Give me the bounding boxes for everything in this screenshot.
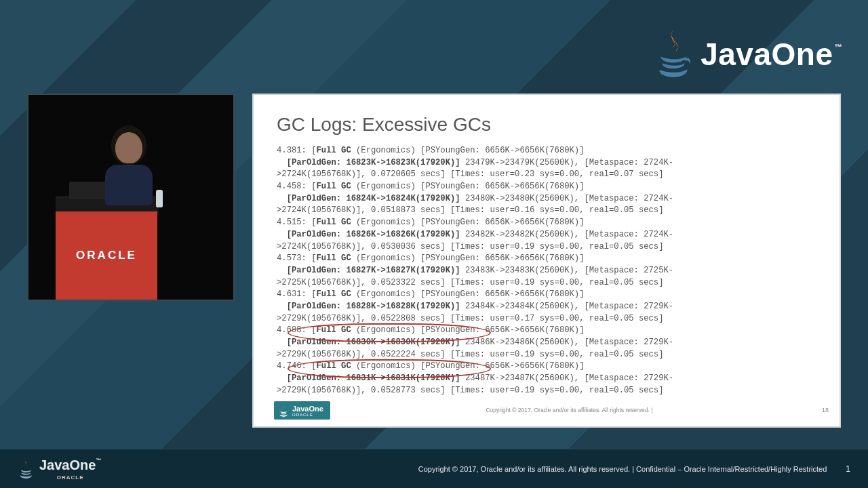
bottom-legal-text: Copyright © 2017, Oracle and/or its affi…: [418, 465, 827, 473]
top-javaone-logo: JavaOne™: [653, 27, 841, 81]
bottom-javaone-logo: JavaOne™ ORACLE: [18, 458, 101, 481]
slide-title: GC Logs: Excessive GCs: [277, 114, 816, 136]
java-cup-icon: [278, 404, 289, 418]
gc-log-entry: 4.381: [Full GC (Ergonomics) [PSYoungGen…: [277, 145, 816, 181]
slide-panel: GC Logs: Excessive GCs 4.381: [Full GC (…: [252, 94, 841, 428]
gc-log-entry: 4.515: [Full GC (Ergonomics) [PSYoungGen…: [277, 217, 816, 253]
slide-footer-copyright: Copyright © 2017, Oracle and/or its affi…: [330, 407, 808, 413]
gc-log-entry: 4.573: [Full GC (Ergonomics) [PSYoungGen…: [277, 253, 816, 289]
bottom-page-number: 1: [846, 464, 850, 474]
page-root: JavaOne™ ORACLE GC Logs: Excessive GCs 4…: [0, 0, 868, 488]
bottom-bar: JavaOne™ ORACLE Copyright © 2017, Oracle…: [0, 449, 868, 488]
gc-log-entry: 4.688: [Full GC (Ergonomics) [PSYoungGen…: [277, 325, 816, 361]
slide-footer-badge: JavaOne ORACLE: [274, 401, 330, 420]
top-logo-text: JavaOne™: [701, 36, 841, 73]
podium: ORACLE: [56, 211, 157, 300]
slide-page-number: 18: [808, 407, 829, 413]
slide-footer: JavaOne ORACLE Copyright © 2017, Oracle …: [254, 398, 840, 422]
gc-log-entry: 4.631: [Full GC (Ergonomics) [PSYoungGen…: [277, 289, 816, 325]
java-cup-icon: [18, 458, 34, 480]
speaker-video: ORACLE: [27, 94, 235, 301]
gc-log-entry: 4.746: [Full GC (Ergonomics) [PSYoungGen…: [277, 361, 816, 396]
podium-label: ORACLE: [76, 249, 137, 262]
gc-log-block: 4.381: [Full GC (Ergonomics) [PSYoungGen…: [277, 145, 816, 396]
java-cup-icon: [653, 27, 692, 81]
gc-log-entry: 4.458: [Full GC (Ergonomics) [PSYoungGen…: [277, 181, 816, 217]
presenter-figure: [102, 132, 156, 200]
